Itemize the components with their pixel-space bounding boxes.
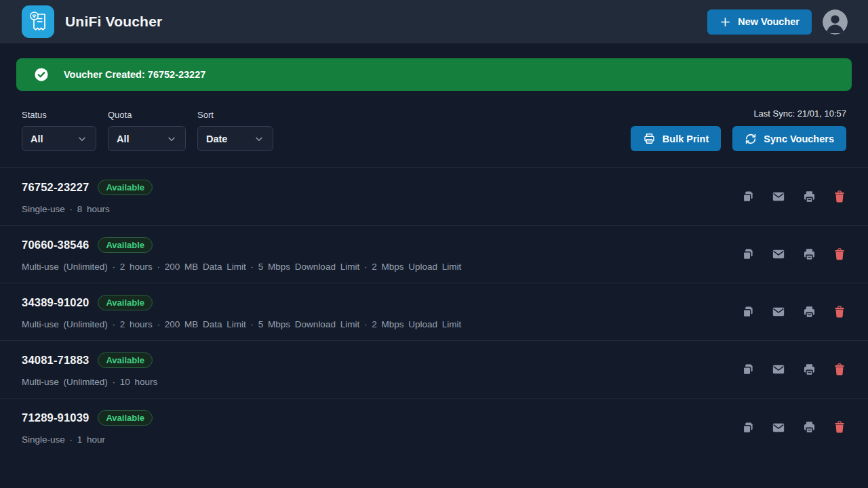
envelope-icon	[771, 421, 786, 434]
copy-icon	[741, 363, 755, 376]
email-voucher-button[interactable]	[771, 305, 786, 319]
voucher-code: 76752-23227	[22, 181, 89, 194]
printer-icon	[643, 132, 656, 145]
bulk-print-label: Bulk Print	[663, 134, 709, 144]
banner-message: Voucher Created: 76752-23227	[64, 69, 205, 80]
status-filter-label: Status	[22, 110, 96, 120]
voucher-info: 34389-91020 Available Multi-use (Unlimit…	[22, 295, 461, 329]
bulk-print-button[interactable]: Bulk Print	[631, 126, 721, 151]
printer-icon	[802, 420, 816, 434]
success-banner: Voucher Created: 76752-23227	[16, 58, 852, 91]
delete-voucher-button[interactable]	[833, 420, 846, 434]
voucher-actions	[741, 363, 846, 377]
quota-filter-select[interactable]: All	[108, 126, 186, 151]
filter-bar-right: Last Sync: 21/01, 10:57 Bulk Print	[631, 108, 846, 151]
voucher-details: Single-use · 1 hour	[22, 434, 153, 445]
delete-voucher-button[interactable]	[833, 247, 846, 262]
chevron-down-icon	[166, 134, 177, 144]
email-voucher-button[interactable]	[771, 247, 786, 261]
app-logo-icon	[22, 5, 54, 38]
sort-filter-label: Sort	[197, 110, 273, 120]
printer-icon	[802, 190, 816, 204]
voucher-list: 76752-23227 Available Single-use · 8 hou…	[0, 167, 868, 456]
voucher-info: 71289-91039 Available Single-use · 1 hou…	[22, 410, 153, 445]
trash-icon	[833, 363, 846, 377]
delete-voucher-button[interactable]	[833, 305, 846, 319]
quota-filter-group: Quota All	[108, 110, 186, 151]
envelope-icon	[771, 363, 786, 376]
copy-voucher-button[interactable]	[741, 363, 755, 376]
voucher-row: 71289-91039 Available Single-use · 1 hou…	[0, 399, 868, 456]
status-badge: Available	[98, 352, 153, 368]
sort-filter-value: Date	[206, 134, 227, 144]
status-badge: Available	[98, 295, 153, 310]
filter-action-buttons: Bulk Print Sync Vouchers	[631, 126, 846, 151]
delete-voucher-button[interactable]	[833, 363, 846, 377]
filter-bar: Status All Quota All Sort Date Last Sync…	[0, 91, 868, 167]
copy-voucher-button[interactable]	[741, 247, 755, 261]
voucher-info: 70660-38546 Available Multi-use (Unlimit…	[22, 237, 461, 272]
copy-voucher-button[interactable]	[741, 421, 755, 434]
envelope-icon	[771, 190, 786, 203]
copy-icon	[741, 247, 755, 261]
print-voucher-button[interactable]	[802, 305, 816, 319]
voucher-row: 34389-91020 Available Multi-use (Unlimit…	[0, 283, 868, 341]
status-badge: Available	[98, 410, 153, 426]
envelope-icon	[771, 247, 786, 261]
voucher-code: 34081-71883	[22, 354, 89, 367]
voucher-code: 70660-38546	[22, 239, 89, 251]
copy-icon	[741, 421, 755, 434]
voucher-details: Multi-use (Unlimited) · 2 hours · 200 MB…	[22, 319, 461, 329]
status-filter-group: Status All	[22, 110, 96, 151]
new-voucher-button[interactable]: New Voucher	[707, 9, 812, 35]
email-voucher-button[interactable]	[771, 363, 786, 376]
email-voucher-button[interactable]	[771, 190, 786, 203]
print-voucher-button[interactable]	[802, 420, 816, 434]
status-badge: Available	[98, 237, 153, 253]
page-title: UniFi Voucher	[65, 14, 162, 30]
sync-icon	[745, 133, 757, 145]
voucher-row: 76752-23227 Available Single-use · 8 hou…	[0, 168, 868, 226]
printer-icon	[802, 363, 816, 377]
chevron-down-icon	[77, 134, 87, 144]
delete-voucher-button[interactable]	[833, 190, 846, 204]
print-voucher-button[interactable]	[802, 247, 816, 262]
sort-filter-group: Sort Date	[197, 110, 273, 151]
sort-filter-select[interactable]: Date	[197, 126, 273, 151]
sync-vouchers-button[interactable]: Sync Vouchers	[732, 126, 846, 151]
voucher-info: 76752-23227 Available Single-use · 8 hou…	[22, 180, 153, 214]
voucher-code: 71289-91039	[22, 411, 89, 424]
quota-filter-label: Quota	[108, 110, 186, 120]
trash-icon	[833, 190, 846, 204]
voucher-details: Multi-use (Unlimited) · 10 hours	[22, 377, 157, 387]
last-sync-text: Last Sync: 21/01, 10:57	[753, 108, 846, 119]
check-circle-icon	[34, 67, 49, 82]
voucher-details: Multi-use (Unlimited) · 2 hours · 200 MB…	[22, 262, 461, 272]
app-header: UniFi Voucher New Voucher	[0, 0, 868, 43]
voucher-actions	[741, 190, 846, 204]
quota-filter-value: All	[117, 134, 130, 144]
trash-icon	[833, 420, 846, 434]
voucher-details: Single-use · 8 hours	[22, 204, 153, 214]
printer-icon	[802, 247, 816, 262]
trash-icon	[833, 305, 846, 319]
copy-voucher-button[interactable]	[741, 305, 755, 319]
voucher-actions	[741, 420, 846, 434]
copy-icon	[741, 190, 755, 203]
print-voucher-button[interactable]	[802, 190, 816, 204]
email-voucher-button[interactable]	[771, 421, 786, 434]
status-badge: Available	[98, 180, 153, 195]
voucher-actions	[741, 247, 846, 262]
status-filter-select[interactable]: All	[22, 126, 96, 151]
voucher-row: 34081-71883 Available Multi-use (Unlimit…	[0, 341, 868, 399]
voucher-row: 70660-38546 Available Multi-use (Unlimit…	[0, 226, 868, 283]
plus-icon	[719, 16, 731, 28]
copy-voucher-button[interactable]	[741, 190, 755, 203]
user-avatar-icon[interactable]	[823, 9, 848, 35]
voucher-actions	[741, 305, 846, 319]
print-voucher-button[interactable]	[802, 363, 816, 377]
sync-vouchers-label: Sync Vouchers	[764, 134, 834, 144]
chevron-down-icon	[254, 134, 264, 144]
new-voucher-label: New Voucher	[738, 16, 800, 27]
voucher-code: 34389-91020	[22, 296, 89, 309]
